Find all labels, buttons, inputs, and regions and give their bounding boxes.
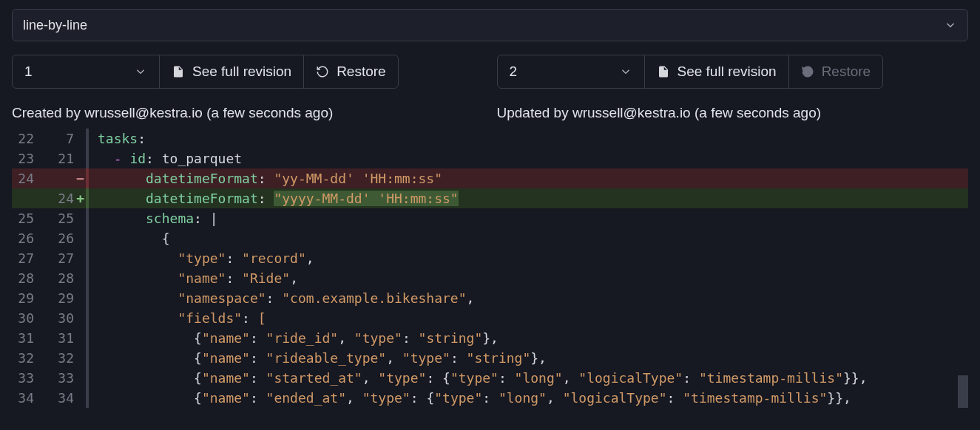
change-bar xyxy=(86,129,89,149)
gutter-left: 25 xyxy=(12,208,41,228)
diff-row: 2626 { xyxy=(12,228,968,248)
left-see-full-button[interactable]: See full revision xyxy=(160,55,303,89)
file-icon xyxy=(172,65,185,78)
gutter-right: 26 xyxy=(41,228,77,248)
gutter-left: 31 xyxy=(12,328,41,348)
gutter-right: 25 xyxy=(41,208,77,228)
restore-icon xyxy=(316,65,329,78)
diff-row: 227tasks: xyxy=(12,129,968,149)
code-content: "fields": [ xyxy=(93,308,968,328)
change-bar xyxy=(86,168,89,188)
gutter-right: 31 xyxy=(41,328,77,348)
gutter-left xyxy=(12,188,41,208)
change-bar xyxy=(86,388,89,408)
chevron-down-icon xyxy=(134,65,147,78)
gutter-left: 23 xyxy=(12,149,41,168)
right-restore-button: Restore xyxy=(788,55,884,89)
change-bar xyxy=(86,188,89,208)
code-content: "type": "record", xyxy=(93,248,968,268)
change-bar xyxy=(86,308,89,328)
diff-row: 3030 "fields": [ xyxy=(12,308,968,328)
code-content: {"name": "ended_at", "type": {"type": "l… xyxy=(93,388,968,408)
diff-mode-value: line-by-line xyxy=(23,18,87,33)
change-bar xyxy=(86,208,89,228)
gutter-right: 29 xyxy=(41,288,77,308)
change-bar xyxy=(86,368,89,388)
change-bar xyxy=(86,348,89,368)
code-content: {"name": "rideable_type", "type": "strin… xyxy=(93,348,968,368)
gutter-right: 7 xyxy=(41,129,77,149)
file-icon xyxy=(657,65,670,78)
gutter-left: 30 xyxy=(12,308,41,328)
gutter-right: 21 xyxy=(41,149,77,168)
right-see-full-label: See full revision xyxy=(677,64,777,80)
gutter-right: 34 xyxy=(41,388,77,408)
left-revision-select[interactable]: 1 xyxy=(12,55,160,89)
diff-row: 2828 "name": "Ride", xyxy=(12,268,968,288)
chevron-down-icon xyxy=(944,18,957,32)
diff-row: 2929 "namespace": "com.example.bikeshare… xyxy=(12,288,968,308)
change-bar xyxy=(86,288,89,308)
diff-mode-select[interactable]: line-by-line xyxy=(12,9,968,41)
diff-row: 3232 {"name": "rideable_type", "type": "… xyxy=(12,348,968,368)
right-revision-select[interactable]: 2 xyxy=(497,55,645,89)
diff-view: 227tasks:2321 - id: to_parquet24− dateti… xyxy=(12,129,968,408)
gutter-left: 26 xyxy=(12,228,41,248)
code-content: tasks: xyxy=(93,129,968,149)
diff-row: 3131 {"name": "ride_id", "type": "string… xyxy=(12,328,968,348)
diff-row: 2525 schema: | xyxy=(12,208,968,228)
diff-row: 2321 - id: to_parquet xyxy=(12,149,968,168)
code-content: datetimeFormat: "yy-MM-dd' 'HH:mm:ss" xyxy=(93,168,968,188)
code-content: schema: | xyxy=(93,208,968,228)
diff-row: 2727 "type": "record", xyxy=(12,248,968,268)
gutter-right: 27 xyxy=(41,248,77,268)
right-see-full-button[interactable]: See full revision xyxy=(645,55,788,89)
code-content: "namespace": "com.example.bikeshare", xyxy=(93,288,968,308)
right-revision-value: 2 xyxy=(510,64,518,80)
left-restore-button[interactable]: Restore xyxy=(303,55,399,89)
code-content: - id: to_parquet xyxy=(93,149,968,168)
diff-row: 3333 {"name": "started_at", "type": {"ty… xyxy=(12,368,968,388)
gutter-right: 28 xyxy=(41,268,77,288)
change-bar xyxy=(86,149,89,168)
left-meta-text: Created by wrussell@kestra.io (a few sec… xyxy=(12,105,484,121)
diff-row: 24+ datetimeFormat: "yyyy-MM-dd' 'HH:mm:… xyxy=(12,188,968,208)
gutter-left: 28 xyxy=(12,268,41,288)
left-see-full-label: See full revision xyxy=(192,64,291,80)
gutter-left: 24 xyxy=(12,168,41,188)
change-bar xyxy=(86,248,89,268)
restore-icon xyxy=(801,65,814,78)
gutter-left: 33 xyxy=(12,368,41,388)
gutter-left: 27 xyxy=(12,248,41,268)
gutter-left: 29 xyxy=(12,288,41,308)
gutter-left: 32 xyxy=(12,348,41,368)
code-content: {"name": "ride_id", "type": "string"}, xyxy=(93,328,968,348)
code-content: {"name": "started_at", "type": {"type": … xyxy=(93,368,968,388)
scrollbar-thumb[interactable] xyxy=(958,375,968,408)
gutter-left: 34 xyxy=(12,388,41,408)
diff-row: 24− datetimeFormat: "yy-MM-dd' 'HH:mm:ss… xyxy=(12,168,968,188)
gutter-left: 22 xyxy=(12,129,41,149)
gutter-right: 24+ xyxy=(41,188,77,208)
gutter-right: − xyxy=(41,168,77,188)
change-bar xyxy=(86,328,89,348)
change-bar xyxy=(86,268,89,288)
chevron-down-icon xyxy=(619,65,632,78)
right-meta-text: Updated by wrussell@kestra.io (a few sec… xyxy=(497,105,969,121)
code-content: { xyxy=(93,228,968,248)
diff-row: 3434 {"name": "ended_at", "type": {"type… xyxy=(12,388,968,408)
code-content: "name": "Ride", xyxy=(93,268,968,288)
left-restore-label: Restore xyxy=(337,64,386,80)
code-content: datetimeFormat: "yyyy-MM-dd' 'HH:mm:ss" xyxy=(93,188,968,208)
gutter-right: 33 xyxy=(41,368,77,388)
right-restore-label: Restore xyxy=(822,64,871,80)
left-revision-value: 1 xyxy=(24,64,33,80)
change-bar xyxy=(86,228,89,248)
gutter-right: 30 xyxy=(41,308,77,328)
gutter-right: 32 xyxy=(41,348,77,368)
